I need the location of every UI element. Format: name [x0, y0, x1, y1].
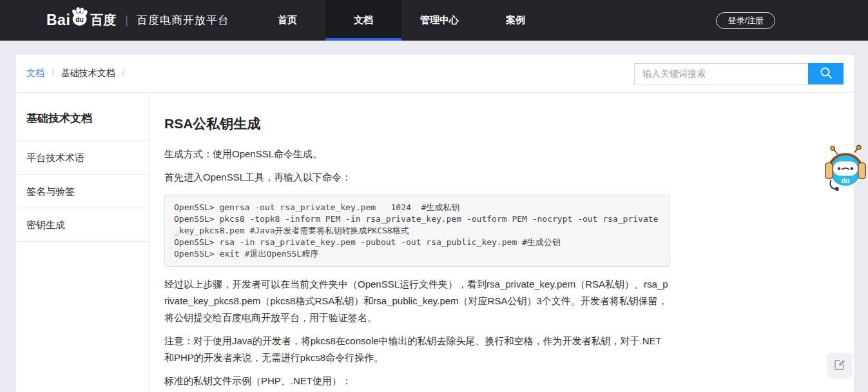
logo-text-baidu-cn: 百度 — [90, 12, 116, 29]
body-row: 基础技术文档 平台技术术语签名与验签密钥生成 RSA公私钥生成 生成方式：使用O… — [16, 93, 854, 392]
breadcrumb-separator: / — [122, 68, 125, 78]
paragraph-openssl-intro: 首先进入OpenSSL工具，再输入以下命令： — [164, 169, 670, 186]
code-line: OpenSSL> exit #退出OpenSSL程序 — [174, 248, 661, 260]
search-box — [634, 63, 844, 84]
breadcrumb-current: 基础技术文档 — [61, 68, 115, 78]
sidebar-item[interactable]: 平台技术术语 — [16, 141, 149, 175]
code-block-openssl-commands[interactable]: OpenSSL> genrsa -out rsa_private_key.pem… — [164, 195, 670, 267]
search-button[interactable] — [808, 63, 844, 84]
search-icon — [819, 66, 833, 82]
sidebar: 基础技术文档 平台技术术语签名与验签密钥生成 — [16, 93, 149, 392]
breadcrumb-link-docs[interactable]: 文档 — [26, 68, 44, 78]
top-navbar: Bai du 百度 | 百度电商开放平台 首页文档管理中心案例 登录/注册 — [0, 0, 868, 41]
page-title: RSA公私钥生成 — [164, 115, 670, 133]
paragraph-java-note: 注意：对于使用Java的开发者，将pkcs8在console中输出的私钥去除头尾… — [164, 333, 670, 366]
code-line: OpenSSL> genrsa -out rsa_private_key.pem… — [174, 202, 661, 213]
article: RSA公私钥生成 生成方式：使用OpenSSL命令生成。 首先进入OpenSSL… — [149, 93, 670, 392]
nav-item[interactable]: 案例 — [477, 0, 554, 41]
mascot-du-label: du — [841, 177, 849, 184]
logo-text-bai: Bai — [46, 12, 70, 29]
code-line: OpenSSL> pkcs8 -topk8 -inform PEM -in rs… — [174, 213, 661, 237]
baidu-paw-icon: du — [69, 6, 90, 30]
search-input[interactable] — [634, 63, 808, 84]
breadcrumb-separator: / — [52, 68, 54, 78]
logo-divider: | — [125, 14, 128, 27]
breadcrumb: 文档 / 基础技术文档 / — [26, 68, 129, 79]
login-register-button[interactable]: 登录/注册 — [716, 12, 775, 29]
paragraph-example-intro: 标准的私钥文件示例（PHP、.NET使用）： — [164, 373, 670, 389]
paragraph-generation-method: 生成方式：使用OpenSSL命令生成。 — [164, 146, 670, 162]
nav-item[interactable]: 首页 — [249, 0, 325, 41]
sidebar-item[interactable]: 密钥生成 — [16, 208, 149, 242]
nav-item[interactable]: 管理中心 — [401, 0, 477, 41]
page-background: 文档 / 基础技术文档 / 基础技术文 — [0, 41, 868, 392]
sidebar-menu: 平台技术术语签名与验签密钥生成 — [16, 141, 149, 242]
content-card: 文档 / 基础技术文档 / 基础技术文 — [16, 55, 854, 392]
code-line: OpenSSL> rsa -in rsa_private_key.pem -pu… — [174, 237, 661, 248]
svg-text:du: du — [75, 15, 84, 23]
site-name: 百度电商开放平台 — [137, 13, 229, 28]
nav-item[interactable]: 文档 — [325, 0, 401, 41]
main-nav: 首页文档管理中心案例 — [249, 0, 554, 41]
breadcrumb-row: 文档 / 基础技术文档 / — [16, 55, 854, 93]
paragraph-result-files: 经过以上步骤，开发者可以在当前文件夹中（OpenSSL运行文件夹），看到rsa_… — [164, 276, 670, 326]
du-mascot-robot[interactable]: du — [825, 144, 866, 193]
feedback-button[interactable] — [827, 353, 853, 378]
sidebar-item[interactable]: 签名与验签 — [16, 175, 149, 208]
baidu-logo[interactable]: Bai du 百度 | 百度电商开放平台 — [46, 0, 229, 41]
edit-icon — [833, 358, 847, 373]
sidebar-title: 基础技术文档 — [16, 93, 149, 141]
